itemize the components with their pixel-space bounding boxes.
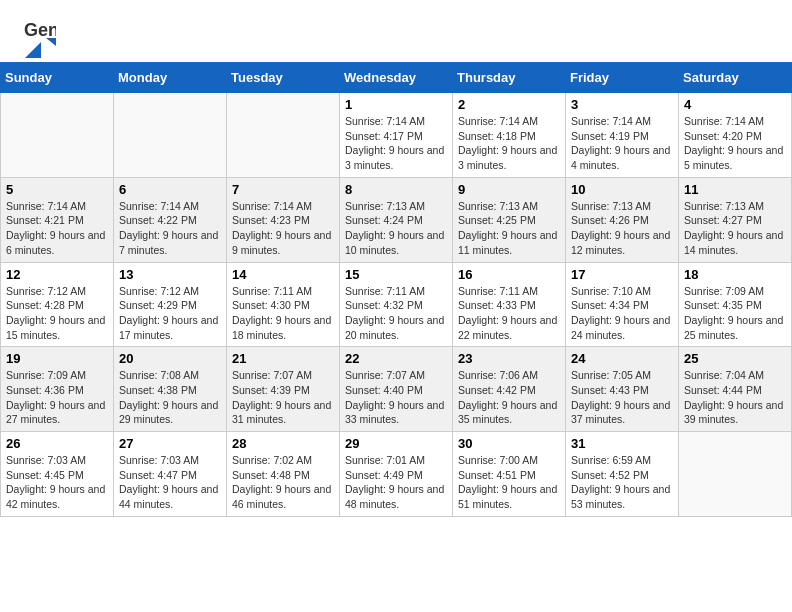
sunrise-text: Sunrise: 7:03 AM — [6, 454, 86, 466]
day-info: Sunrise: 7:06 AMSunset: 4:42 PMDaylight:… — [458, 368, 560, 427]
calendar-cell: 18Sunrise: 7:09 AMSunset: 4:35 PMDayligh… — [679, 262, 792, 347]
day-number: 2 — [458, 97, 560, 112]
sunset-text: Sunset: 4:23 PM — [232, 214, 310, 226]
calendar-cell — [114, 93, 227, 178]
daylight-text: Daylight: 9 hours and 17 minutes. — [119, 314, 218, 341]
calendar-cell: 25Sunrise: 7:04 AMSunset: 4:44 PMDayligh… — [679, 347, 792, 432]
daylight-text: Daylight: 9 hours and 39 minutes. — [684, 399, 783, 426]
calendar-week-row: 19Sunrise: 7:09 AMSunset: 4:36 PMDayligh… — [1, 347, 792, 432]
sunset-text: Sunset: 4:32 PM — [345, 299, 423, 311]
day-info: Sunrise: 7:05 AMSunset: 4:43 PMDaylight:… — [571, 368, 673, 427]
weekday-header-friday: Friday — [566, 63, 679, 93]
sunrise-text: Sunrise: 7:12 AM — [119, 285, 199, 297]
daylight-text: Daylight: 9 hours and 18 minutes. — [232, 314, 331, 341]
logo: General — [24, 18, 58, 52]
calendar-week-row: 12Sunrise: 7:12 AMSunset: 4:28 PMDayligh… — [1, 262, 792, 347]
calendar-cell: 27Sunrise: 7:03 AMSunset: 4:47 PMDayligh… — [114, 432, 227, 517]
sunrise-text: Sunrise: 7:00 AM — [458, 454, 538, 466]
day-number: 21 — [232, 351, 334, 366]
day-number: 15 — [345, 267, 447, 282]
sunrise-text: Sunrise: 7:09 AM — [684, 285, 764, 297]
calendar-cell — [1, 93, 114, 178]
sunrise-text: Sunrise: 7:04 AM — [684, 369, 764, 381]
svg-marker-2 — [25, 42, 41, 58]
day-info: Sunrise: 7:09 AMSunset: 4:35 PMDaylight:… — [684, 284, 786, 343]
day-number: 7 — [232, 182, 334, 197]
calendar-cell: 14Sunrise: 7:11 AMSunset: 4:30 PMDayligh… — [227, 262, 340, 347]
calendar-cell: 30Sunrise: 7:00 AMSunset: 4:51 PMDayligh… — [453, 432, 566, 517]
weekday-header-wednesday: Wednesday — [340, 63, 453, 93]
sunset-text: Sunset: 4:40 PM — [345, 384, 423, 396]
day-number: 3 — [571, 97, 673, 112]
sunrise-text: Sunrise: 6:59 AM — [571, 454, 651, 466]
sunset-text: Sunset: 4:22 PM — [119, 214, 197, 226]
sunrise-text: Sunrise: 7:11 AM — [345, 285, 425, 297]
calendar-cell: 16Sunrise: 7:11 AMSunset: 4:33 PMDayligh… — [453, 262, 566, 347]
sunrise-text: Sunrise: 7:10 AM — [571, 285, 651, 297]
weekday-header-monday: Monday — [114, 63, 227, 93]
day-info: Sunrise: 7:09 AMSunset: 4:36 PMDaylight:… — [6, 368, 108, 427]
day-number: 1 — [345, 97, 447, 112]
daylight-text: Daylight: 9 hours and 31 minutes. — [232, 399, 331, 426]
sunrise-text: Sunrise: 7:02 AM — [232, 454, 312, 466]
day-info: Sunrise: 7:14 AMSunset: 4:18 PMDaylight:… — [458, 114, 560, 173]
calendar-cell: 19Sunrise: 7:09 AMSunset: 4:36 PMDayligh… — [1, 347, 114, 432]
sunset-text: Sunset: 4:42 PM — [458, 384, 536, 396]
day-info: Sunrise: 7:03 AMSunset: 4:47 PMDaylight:… — [119, 453, 221, 512]
weekday-header-thursday: Thursday — [453, 63, 566, 93]
calendar-cell: 1Sunrise: 7:14 AMSunset: 4:17 PMDaylight… — [340, 93, 453, 178]
day-number: 31 — [571, 436, 673, 451]
day-info: Sunrise: 7:14 AMSunset: 4:20 PMDaylight:… — [684, 114, 786, 173]
sunrise-text: Sunrise: 7:14 AM — [345, 115, 425, 127]
daylight-text: Daylight: 9 hours and 48 minutes. — [345, 483, 444, 510]
calendar-cell: 12Sunrise: 7:12 AMSunset: 4:28 PMDayligh… — [1, 262, 114, 347]
daylight-text: Daylight: 9 hours and 29 minutes. — [119, 399, 218, 426]
weekday-header-sunday: Sunday — [1, 63, 114, 93]
sunrise-text: Sunrise: 7:14 AM — [232, 200, 312, 212]
day-number: 18 — [684, 267, 786, 282]
day-info: Sunrise: 7:00 AMSunset: 4:51 PMDaylight:… — [458, 453, 560, 512]
daylight-text: Daylight: 9 hours and 42 minutes. — [6, 483, 105, 510]
calendar-cell: 2Sunrise: 7:14 AMSunset: 4:18 PMDaylight… — [453, 93, 566, 178]
sunset-text: Sunset: 4:33 PM — [458, 299, 536, 311]
day-number: 30 — [458, 436, 560, 451]
sunset-text: Sunset: 4:47 PM — [119, 469, 197, 481]
sunrise-text: Sunrise: 7:14 AM — [458, 115, 538, 127]
daylight-text: Daylight: 9 hours and 25 minutes. — [684, 314, 783, 341]
calendar-table: SundayMondayTuesdayWednesdayThursdayFrid… — [0, 62, 792, 517]
day-number: 25 — [684, 351, 786, 366]
day-info: Sunrise: 7:10 AMSunset: 4:34 PMDaylight:… — [571, 284, 673, 343]
day-info: Sunrise: 7:14 AMSunset: 4:19 PMDaylight:… — [571, 114, 673, 173]
day-info: Sunrise: 7:13 AMSunset: 4:25 PMDaylight:… — [458, 199, 560, 258]
day-number: 4 — [684, 97, 786, 112]
calendar-cell: 13Sunrise: 7:12 AMSunset: 4:29 PMDayligh… — [114, 262, 227, 347]
day-info: Sunrise: 7:11 AMSunset: 4:32 PMDaylight:… — [345, 284, 447, 343]
calendar-cell: 9Sunrise: 7:13 AMSunset: 4:25 PMDaylight… — [453, 177, 566, 262]
calendar-cell: 28Sunrise: 7:02 AMSunset: 4:48 PMDayligh… — [227, 432, 340, 517]
sunset-text: Sunset: 4:24 PM — [345, 214, 423, 226]
sunset-text: Sunset: 4:51 PM — [458, 469, 536, 481]
calendar-cell: 24Sunrise: 7:05 AMSunset: 4:43 PMDayligh… — [566, 347, 679, 432]
day-number: 23 — [458, 351, 560, 366]
sunset-text: Sunset: 4:38 PM — [119, 384, 197, 396]
daylight-text: Daylight: 9 hours and 20 minutes. — [345, 314, 444, 341]
calendar-cell: 15Sunrise: 7:11 AMSunset: 4:32 PMDayligh… — [340, 262, 453, 347]
sunset-text: Sunset: 4:25 PM — [458, 214, 536, 226]
daylight-text: Daylight: 9 hours and 24 minutes. — [571, 314, 670, 341]
day-number: 12 — [6, 267, 108, 282]
day-info: Sunrise: 7:07 AMSunset: 4:40 PMDaylight:… — [345, 368, 447, 427]
calendar-cell: 6Sunrise: 7:14 AMSunset: 4:22 PMDaylight… — [114, 177, 227, 262]
sunrise-text: Sunrise: 7:13 AM — [571, 200, 651, 212]
sunrise-text: Sunrise: 7:01 AM — [345, 454, 425, 466]
sunrise-text: Sunrise: 7:08 AM — [119, 369, 199, 381]
sunset-text: Sunset: 4:30 PM — [232, 299, 310, 311]
calendar-cell: 31Sunrise: 6:59 AMSunset: 4:52 PMDayligh… — [566, 432, 679, 517]
sunset-text: Sunset: 4:48 PM — [232, 469, 310, 481]
day-number: 17 — [571, 267, 673, 282]
weekday-header-tuesday: Tuesday — [227, 63, 340, 93]
day-info: Sunrise: 7:14 AMSunset: 4:17 PMDaylight:… — [345, 114, 447, 173]
sunset-text: Sunset: 4:52 PM — [571, 469, 649, 481]
sunrise-text: Sunrise: 7:05 AM — [571, 369, 651, 381]
day-info: Sunrise: 7:14 AMSunset: 4:22 PMDaylight:… — [119, 199, 221, 258]
svg-text:General: General — [24, 20, 56, 40]
